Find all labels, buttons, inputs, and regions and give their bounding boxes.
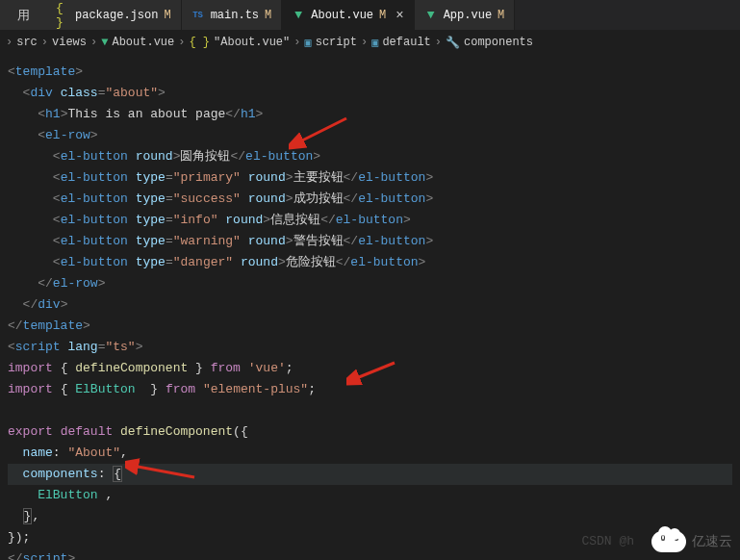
breadcrumb-item[interactable]: 🔧 components — [446, 36, 533, 50]
watermark-text: 亿速云 — [692, 533, 732, 550]
chevron-right-icon: › — [361, 36, 368, 49]
breadcrumb-item[interactable]: ▣ script — [304, 36, 356, 50]
breadcrumb-item[interactable]: src — [16, 36, 38, 49]
code-line: </el-row> — [8, 273, 732, 294]
code-editor[interactable]: <template> <div class="about"> <h1>This … — [0, 54, 740, 560]
close-icon[interactable]: × — [396, 8, 403, 23]
cloud-icon — [651, 531, 686, 552]
code-line: <el-button type="warning" round>警告按钮</el… — [8, 231, 732, 252]
code-line: import { ElButton } from "element-plus"; — [8, 379, 732, 400]
breadcrumb-item[interactable]: { } "About.vue" — [189, 36, 290, 49]
code-line: ElButton , — [8, 485, 732, 506]
code-line: <el-button type="success" round>成功按钮</el… — [8, 189, 732, 210]
code-line: <el-button type="primary" round>主要按钮</el… — [8, 167, 732, 189]
tab-package-json[interactable]: { } package.json M — [46, 0, 182, 30]
tab-label: About.vue — [311, 9, 373, 22]
vue-icon: ▼ — [424, 9, 438, 22]
code-line — [8, 400, 732, 421]
chevron-right-icon: › — [293, 36, 300, 49]
code-line: <template> — [8, 62, 732, 83]
breadcrumb-item[interactable]: ▼ About.vue — [101, 36, 174, 49]
code-line: <el-button round>圆角按钮</el-button> — [8, 146, 732, 167]
code-line: import { defineComponent } from 'vue'; — [8, 358, 732, 379]
chevron-right-icon: › — [90, 36, 97, 49]
tab-label: main.ts — [211, 9, 259, 22]
code-line: <h1>This is an about page</h1> — [8, 104, 732, 125]
code-line: </template> — [8, 316, 732, 337]
cube-icon: ▣ — [304, 36, 311, 50]
breadcrumb[interactable]: › src › views › ▼ About.vue › { } "About… — [0, 31, 740, 54]
tab-label: App.vue — [444, 9, 492, 22]
breadcrumb-item[interactable]: ▣ default — [371, 36, 431, 50]
code-line: </script> — [8, 548, 732, 560]
wrench-icon: 🔧 — [446, 36, 460, 50]
braces-icon: { } — [189, 36, 210, 49]
tab-main-ts[interactable]: TS main.ts M — [182, 0, 283, 30]
code-line: <script lang="ts"> — [8, 337, 732, 358]
ts-icon: TS — [191, 9, 205, 22]
code-line: <el-button type="info" round>信息按钮</el-bu… — [8, 210, 732, 231]
json-icon: { } — [56, 9, 69, 22]
tab-about-vue[interactable]: ▼ About.vue M × — [282, 0, 414, 30]
vue-icon: ▼ — [292, 9, 305, 22]
tab-app-vue[interactable]: ▼ App.vue M — [415, 0, 516, 30]
csdn-watermark: CSDN @h — [581, 534, 634, 548]
code-line: components: { — [8, 464, 732, 485]
code-line: <el-button type="danger" round>危险按钮</el-… — [8, 252, 732, 273]
editor-tabs: 用 { } package.json M TS main.ts M ▼ Abou… — [0, 0, 740, 31]
code-line: export default defineComponent({ — [8, 421, 732, 443]
chevron-right-icon: › — [6, 36, 13, 49]
modified-indicator: M — [379, 9, 386, 22]
code-line: <el-row> — [8, 125, 732, 146]
chevron-right-icon: › — [178, 36, 185, 49]
brand-watermark: 亿速云 — [651, 531, 732, 552]
chevron-right-icon: › — [435, 36, 442, 49]
modified-indicator: M — [498, 9, 504, 22]
chevron-right-icon: › — [41, 36, 48, 49]
tab-stub: 用 — [0, 0, 46, 30]
code-line: <div class="about"> — [8, 83, 732, 104]
vue-icon: ▼ — [101, 36, 108, 49]
modified-indicator: M — [265, 9, 271, 22]
tab-label: package.json — [75, 9, 158, 22]
code-line: name: "About", — [8, 443, 732, 464]
code-line: }, — [8, 506, 732, 527]
modified-indicator: M — [164, 9, 170, 22]
code-line: </div> — [8, 294, 732, 316]
breadcrumb-item[interactable]: views — [52, 36, 87, 49]
cube-icon: ▣ — [371, 36, 378, 50]
